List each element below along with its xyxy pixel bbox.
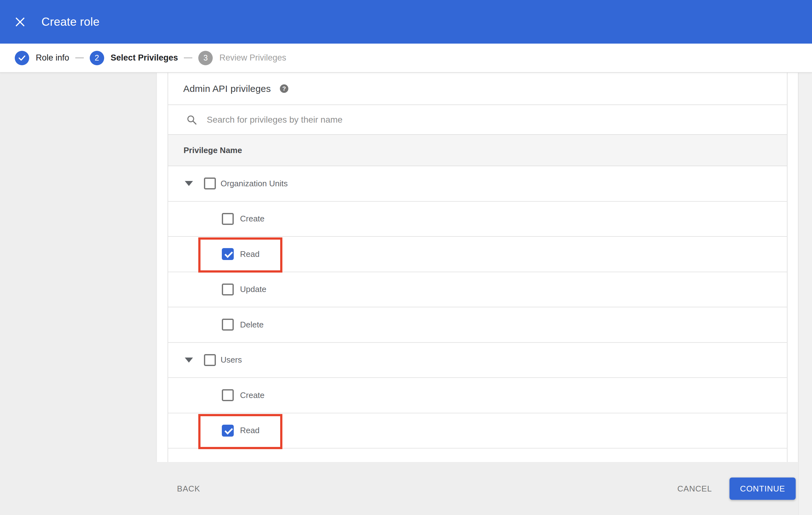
section-title: Admin API privileges [183, 84, 271, 94]
privilege-row[interactable]: Create [168, 378, 787, 413]
footer-bar: BACK CANCEL CONTINUE [0, 462, 812, 515]
privilege-row[interactable]: Create [168, 202, 787, 237]
table-header: Privilege Name [168, 135, 787, 166]
dialog-title: Create role [41, 16, 99, 29]
privilege-label: Organization Units [221, 179, 288, 188]
close-icon[interactable] [13, 15, 27, 29]
privilege-checkbox[interactable] [222, 389, 234, 401]
step-3-circle: 3 [198, 51, 213, 65]
stepper: Role info 2 Select Privileges 3 Review P… [0, 43, 812, 73]
privilege-checkbox[interactable] [204, 354, 216, 366]
privilege-label: Read [240, 426, 259, 435]
step-1-label: Role info [36, 53, 69, 63]
expand-arrow-icon[interactable] [185, 181, 193, 186]
step-role-info[interactable]: Role info [15, 51, 69, 65]
create-role-dialog: Create role Role info 2 Select Privilege… [0, 0, 812, 515]
content-panel: Admin API privileges ? Privilege Name Or… [157, 73, 798, 462]
step-1-check-circle [15, 51, 29, 65]
column-header: Privilege Name [183, 146, 242, 155]
privilege-row[interactable]: Delete [168, 307, 787, 343]
privilege-checkbox[interactable] [222, 319, 234, 331]
search-input[interactable] [206, 115, 709, 125]
continue-button[interactable]: CONTINUE [729, 477, 796, 499]
step-connector [184, 57, 192, 58]
privilege-label: Delete [240, 320, 264, 330]
privilege-row[interactable]: Update [168, 272, 787, 308]
privilege-checkbox[interactable] [222, 213, 234, 225]
step-2-label: Select Privileges [111, 53, 178, 63]
privilege-checkbox[interactable] [222, 248, 234, 260]
card-title-row: Admin API privileges ? [168, 73, 787, 105]
privilege-label: Update [240, 284, 266, 294]
privilege-checkbox[interactable] [204, 178, 216, 189]
cancel-button[interactable]: CANCEL [675, 483, 714, 494]
privilege-row[interactable]: Read [168, 413, 787, 449]
privilege-row[interactable]: Organization Units [168, 166, 787, 202]
scrollbar-track[interactable] [799, 73, 812, 515]
privilege-row[interactable]: Users [168, 343, 787, 378]
expand-arrow-icon[interactable] [185, 358, 193, 363]
step-2-circle: 2 [90, 51, 104, 65]
back-button[interactable]: BACK [175, 483, 202, 494]
step-3-label: Review Privileges [219, 53, 286, 63]
privilege-checkbox[interactable] [222, 425, 234, 436]
privilege-row[interactable]: Read [168, 237, 787, 272]
help-icon[interactable]: ? [280, 84, 288, 93]
step-select-privileges[interactable]: 2 Select Privileges [90, 51, 178, 65]
search-icon [186, 114, 197, 125]
privilege-label: Users [221, 355, 242, 365]
privilege-rows: Organization Units Create Read Update De… [168, 166, 787, 449]
privileges-card: Admin API privileges ? Privilege Name Or… [168, 73, 787, 462]
check-icon [18, 55, 26, 61]
app-header: Create role [0, 0, 812, 43]
privilege-label: Read [240, 249, 259, 259]
privilege-checkbox[interactable] [222, 283, 234, 296]
step-review-privileges[interactable]: 3 Review Privileges [198, 51, 286, 65]
privilege-label: Create [240, 391, 264, 400]
x-icon [14, 16, 26, 28]
search-row [168, 105, 787, 135]
step-connector [75, 57, 84, 58]
privilege-label: Create [240, 214, 264, 223]
